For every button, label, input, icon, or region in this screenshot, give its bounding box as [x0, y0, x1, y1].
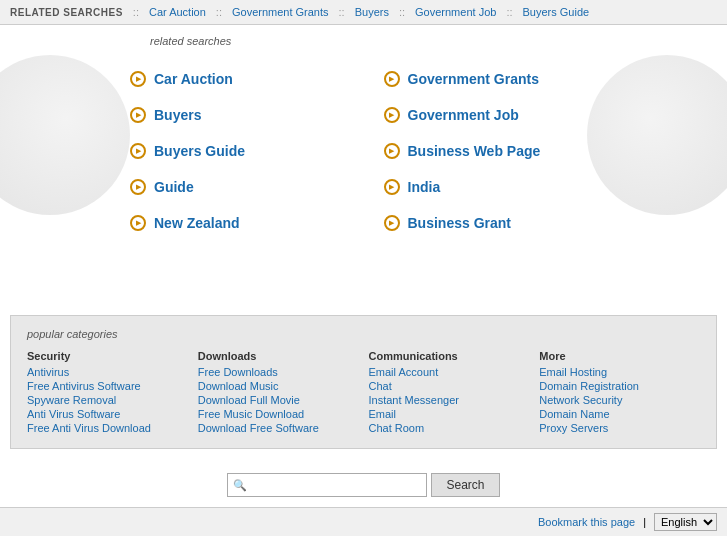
link-instant-messenger[interactable]: Instant Messenger	[369, 394, 530, 406]
category-header-communications: Communications	[369, 350, 530, 362]
link-network-security[interactable]: Network Security	[539, 394, 700, 406]
arrow-icon	[130, 71, 146, 87]
link-buyers[interactable]: Buyers	[154, 107, 201, 123]
link-new-zealand[interactable]: New Zealand	[154, 215, 240, 231]
link-free-anti-virus-download[interactable]: Free Anti Virus Download	[27, 422, 188, 434]
link-government-grants[interactable]: Government Grants	[408, 71, 539, 87]
link-proxy-servers[interactable]: Proxy Servers	[539, 422, 700, 434]
main-content: related searches Car Auction Government …	[0, 25, 727, 305]
link-business-grant[interactable]: Business Grant	[408, 215, 511, 231]
link-spyware-removal[interactable]: Spyware Removal	[27, 394, 188, 406]
link-business-web-page[interactable]: Business Web Page	[408, 143, 541, 159]
search-links-grid: Car Auction Government Grants Buyers Gov…	[30, 61, 697, 241]
sep-1: ::	[129, 6, 143, 18]
link-domain-name[interactable]: Domain Name	[539, 408, 700, 420]
top-nav-bar: RELATED SEARCHES :: Car Auction :: Gover…	[0, 0, 727, 25]
list-item: Business Web Page	[384, 133, 638, 169]
arrow-icon	[130, 179, 146, 195]
link-download-free-software[interactable]: Download Free Software	[198, 422, 359, 434]
list-item: Guide	[130, 169, 384, 205]
category-header-more: More	[539, 350, 700, 362]
bottom-bar: Bookmark this page | English	[0, 507, 727, 536]
category-header-security: Security	[27, 350, 188, 362]
link-government-job[interactable]: Government Job	[408, 107, 519, 123]
link-antivirus[interactable]: Antivirus	[27, 366, 188, 378]
nav-link-car-auction[interactable]: Car Auction	[149, 6, 206, 18]
link-free-music-download[interactable]: Free Music Download	[198, 408, 359, 420]
link-email[interactable]: Email	[369, 408, 530, 420]
link-chat[interactable]: Chat	[369, 380, 530, 392]
link-india[interactable]: India	[408, 179, 441, 195]
nav-link-buyers-guide[interactable]: Buyers Guide	[523, 6, 590, 18]
list-item: Government Job	[384, 97, 638, 133]
link-domain-registration[interactable]: Domain Registration	[539, 380, 700, 392]
link-email-account[interactable]: Email Account	[369, 366, 530, 378]
search-icon: 🔍	[233, 479, 247, 492]
arrow-icon	[384, 215, 400, 231]
category-col-security: Security Antivirus Free Antivirus Softwa…	[27, 350, 188, 436]
nav-link-buyers[interactable]: Buyers	[355, 6, 389, 18]
category-col-more: More Email Hosting Domain Registration N…	[539, 350, 700, 436]
link-download-full-movie[interactable]: Download Full Movie	[198, 394, 359, 406]
list-item: New Zealand	[130, 205, 384, 241]
list-item: Buyers	[130, 97, 384, 133]
nav-link-government-job[interactable]: Government Job	[415, 6, 496, 18]
arrow-icon	[384, 71, 400, 87]
link-guide[interactable]: Guide	[154, 179, 194, 195]
link-buyers-guide[interactable]: Buyers Guide	[154, 143, 245, 159]
language-select[interactable]: English	[654, 513, 717, 531]
popular-categories-section: popular categories Security Antivirus Fr…	[10, 315, 717, 449]
link-free-downloads[interactable]: Free Downloads	[198, 366, 359, 378]
arrow-icon	[384, 143, 400, 159]
category-header-downloads: Downloads	[198, 350, 359, 362]
arrow-icon	[130, 143, 146, 159]
search-button[interactable]: Search	[431, 473, 499, 497]
list-item: Government Grants	[384, 61, 638, 97]
list-item: India	[384, 169, 638, 205]
category-col-downloads: Downloads Free Downloads Download Music …	[198, 350, 359, 436]
list-item: Buyers Guide	[130, 133, 384, 169]
search-input-wrapper: 🔍	[227, 473, 427, 497]
link-email-hosting[interactable]: Email Hosting	[539, 366, 700, 378]
list-item: Car Auction	[130, 61, 384, 97]
popular-categories-label: popular categories	[27, 328, 700, 340]
link-free-antivirus-software[interactable]: Free Antivirus Software	[27, 380, 188, 392]
search-bar: 🔍 Search	[0, 459, 727, 507]
nav-link-government-grants[interactable]: Government Grants	[232, 6, 329, 18]
related-searches-subtitle: related searches	[30, 35, 697, 47]
link-download-music[interactable]: Download Music	[198, 380, 359, 392]
arrow-icon	[384, 107, 400, 123]
category-col-communications: Communications Email Account Chat Instan…	[369, 350, 530, 436]
bookmark-link[interactable]: Bookmark this page	[538, 516, 635, 528]
arrow-icon	[130, 107, 146, 123]
list-item: Business Grant	[384, 205, 638, 241]
arrow-icon	[130, 215, 146, 231]
link-car-auction[interactable]: Car Auction	[154, 71, 233, 87]
link-chat-room[interactable]: Chat Room	[369, 422, 530, 434]
categories-grid: Security Antivirus Free Antivirus Softwa…	[27, 350, 700, 436]
sep-bottom: |	[643, 516, 646, 528]
search-input[interactable]	[227, 473, 427, 497]
arrow-icon	[384, 179, 400, 195]
related-searches-label: RELATED SEARCHES	[10, 7, 123, 18]
link-anti-virus-software[interactable]: Anti Virus Software	[27, 408, 188, 420]
